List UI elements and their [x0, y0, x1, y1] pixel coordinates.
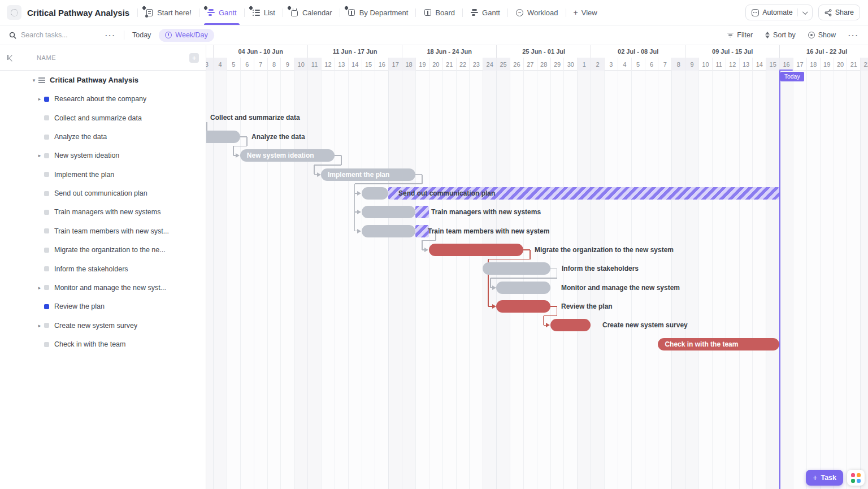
tab-calendar[interactable]: Calendar — [289, 0, 334, 25]
tab-board[interactable]: Board — [422, 0, 457, 25]
caret-right-icon[interactable]: ▸ — [35, 153, 44, 158]
caret-right-icon[interactable]: ▸ — [35, 323, 44, 328]
filter-label: Filter — [737, 31, 753, 39]
dependency-arrow-icon — [236, 153, 240, 158]
dependency-arrow-icon — [357, 229, 361, 233]
pin-icon — [287, 5, 292, 10]
task-row-new-system-ideation[interactable]: ▸New system ideation — [0, 146, 206, 165]
tab-start-here[interactable]: Start here! — [144, 0, 193, 25]
gantt-bar-analyze[interactable] — [206, 131, 240, 143]
gantt-bar-managers[interactable] — [362, 206, 415, 218]
dependency-line — [415, 174, 422, 175]
weekend-shade — [307, 71, 321, 489]
task-name: Send out communication plan — [54, 189, 147, 197]
more-options-button[interactable]: ··· — [848, 31, 859, 40]
timescale-toggle[interactable]: Week/Day — [159, 29, 214, 42]
search-more-button[interactable]: ··· — [105, 31, 116, 40]
tab-list[interactable]: List — [250, 0, 277, 25]
gantt-bar-migrate[interactable] — [429, 244, 523, 256]
tab-workload[interactable]: Workload — [514, 0, 560, 25]
project-row-critical-pathway-analysis[interactable]: ▾Critical Pathway Analysis — [0, 71, 206, 89]
status-square-blue[interactable] — [44, 304, 49, 309]
day-header-cell: 3 — [604, 58, 618, 71]
tab-label: List — [264, 8, 275, 17]
automate-button[interactable]: Automate — [745, 5, 813, 20]
task-row-send-out-communication-plan[interactable]: Send out communication plan — [0, 184, 206, 202]
show-button[interactable]: Show — [808, 31, 836, 39]
week-header-cell: 04 Jun - 10 Jun — [213, 45, 307, 58]
status-square-gray[interactable] — [44, 266, 49, 271]
search-input[interactable] — [21, 31, 94, 39]
dependency-line — [246, 137, 248, 146]
status-square-gray[interactable] — [44, 135, 49, 140]
gantt-bar-implement[interactable]: Implement the plan — [321, 168, 415, 181]
status-square-gray[interactable] — [44, 191, 49, 196]
gantt-bar-sendout[interactable] — [362, 187, 389, 200]
add-column-button[interactable]: + — [189, 53, 199, 63]
status-square-gray[interactable] — [44, 172, 49, 177]
gantt-bar-inform[interactable] — [483, 262, 550, 275]
day-header-cell: 30 — [563, 58, 577, 71]
status-square-gray[interactable] — [44, 153, 49, 158]
gantt-bar-review[interactable] — [496, 300, 550, 313]
task-row-research-about-the-company[interactable]: ▸Research about the company — [0, 90, 206, 109]
status-square-gray[interactable] — [44, 248, 49, 253]
share-button[interactable]: Share — [818, 5, 860, 20]
task-row-monitor-and-manage-the-new-syst[interactable]: ▸Monitor and manage the new syst... — [0, 278, 206, 297]
tab-label: Workload — [527, 8, 558, 17]
share-label: Share — [835, 8, 854, 16]
task-row-train-managers-with-new-systems[interactable]: Train managers with new systems — [0, 203, 206, 222]
task-row-collect-and-summarize-data[interactable]: Collect and summarize data — [0, 109, 206, 127]
task-row-create-new-system-survey[interactable]: ▸Create new system survey — [0, 316, 206, 335]
add-view-button[interactable]: View — [572, 0, 599, 25]
status-square-gray[interactable] — [44, 228, 49, 233]
app-dots-button[interactable] — [847, 470, 865, 486]
task-row-train-team-members-with-new-syst[interactable]: Train team members with new syst... — [0, 222, 206, 240]
weekend-shade — [483, 71, 496, 489]
day-gridline — [375, 71, 375, 489]
task-row-implement-the-plan[interactable]: Implement the plan — [0, 165, 206, 184]
gantt-task-label: Train team members with new system — [428, 227, 549, 235]
gantt-bar-monitor[interactable] — [496, 282, 550, 294]
caret-right-icon[interactable]: ▸ — [35, 285, 44, 291]
gantt-bar-ideation[interactable]: New system ideation — [240, 149, 335, 162]
task-row-analyze-the-data[interactable]: Analyze the data — [0, 127, 206, 146]
task-row-inform-the-stakeholders[interactable]: Inform the stakeholders — [0, 259, 206, 278]
tab-gantt[interactable]: Gantt — [468, 0, 502, 25]
day-gridline — [618, 71, 618, 489]
day-gridline — [523, 71, 524, 489]
chevron-down-icon[interactable] — [802, 9, 808, 15]
task-row-migrate-the-organization-to-the-ne[interactable]: Migrate the organization to the ne... — [0, 241, 206, 259]
gantt-bar-team[interactable] — [362, 225, 415, 237]
collapse-sidebar-icon[interactable] — [7, 53, 16, 62]
today-button[interactable]: Today — [132, 31, 151, 39]
task-row-check-in-with-the-team[interactable]: Check in with the team — [0, 335, 206, 353]
dependency-arrow-icon — [492, 304, 496, 309]
gantt-bar-label: Check in with the team — [665, 338, 738, 350]
sort-button[interactable]: Sort by — [765, 31, 796, 39]
tab-by-department[interactable]: By Department — [346, 0, 410, 25]
tab-label: Calendar — [302, 8, 332, 17]
gantt-bar-create[interactable] — [550, 319, 591, 331]
status-square-gray[interactable] — [44, 210, 49, 215]
filter-button[interactable]: Filter — [727, 31, 753, 39]
tab-gantt[interactable]: Gantt — [205, 0, 238, 25]
status-square-gray[interactable] — [44, 342, 49, 347]
gantt-bar-team[interactable] — [415, 225, 429, 237]
task-row-review-the-plan[interactable]: Review the plan — [0, 297, 206, 316]
gantt-bar-checkin[interactable]: Check in with the team — [658, 338, 779, 350]
dependency-line — [488, 259, 530, 260]
status-square-blue[interactable] — [44, 97, 49, 102]
status-square-gray[interactable] — [44, 115, 49, 120]
caret-down-icon[interactable]: ▾ — [29, 77, 38, 83]
day-gridline — [362, 71, 362, 489]
day-header-cell: 9 — [685, 58, 698, 71]
status-square-gray[interactable] — [44, 323, 49, 328]
day-header-cell: 15 — [766, 58, 779, 71]
space-avatar[interactable] — [7, 5, 21, 20]
gantt-bar-managers[interactable] — [415, 206, 429, 218]
status-square-gray[interactable] — [44, 285, 49, 290]
search-box[interactable] — [9, 31, 105, 39]
add-task-button[interactable]: Task — [806, 470, 843, 486]
caret-right-icon[interactable]: ▸ — [35, 96, 44, 102]
